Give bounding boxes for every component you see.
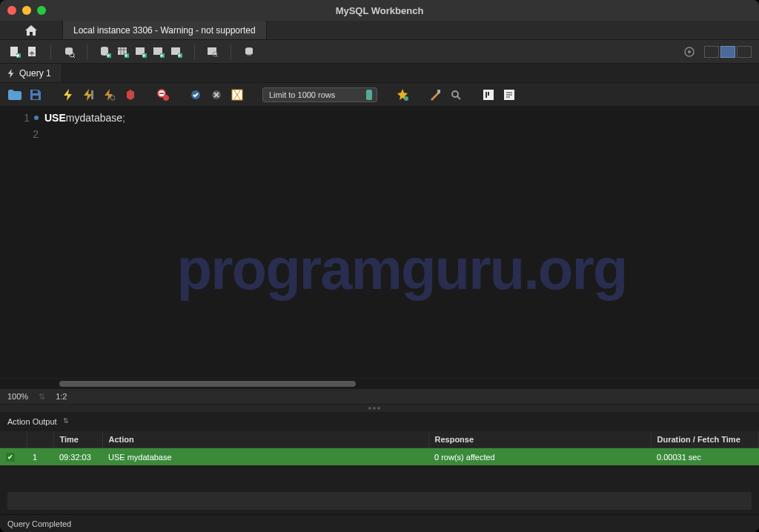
gutter-line: 1 [3,110,39,126]
layout-bottom-panel-button[interactable] [720,46,735,58]
editor-status-bar: 100% ⇅ 1:2 [0,388,759,405]
rollback-button[interactable] [209,87,224,102]
output-panel: Action Output Time Action Response Durat… [0,412,759,514]
autocommit-toggle-button[interactable] [230,87,245,102]
bottom-status-bar: Query Completed [0,514,759,532]
invisible-chars-button[interactable] [448,87,463,102]
sql-editor[interactable]: 12 programguru.org USE mydatabase; [0,107,759,378]
home-tab[interactable] [0,21,63,39]
output-row-num: 1 [27,448,53,466]
titlebar: MySQL Workbench [0,0,759,21]
status-separator: ⇅ [39,392,45,402]
svg-rect-28 [437,90,440,93]
output-row-action: USE mydatabase [102,448,428,466]
layout-left-panel-button[interactable] [704,46,719,58]
editor-code[interactable]: programguru.org USE mydatabase; [44,107,759,378]
save-file-button[interactable] [28,87,43,102]
zoom-level[interactable]: 100% [7,392,28,401]
minimize-window-button[interactable] [22,6,31,15]
active-line-dot-icon [34,116,39,120]
svg-point-21 [110,96,115,100]
row-limit-label: Limit to 1000 rows [269,90,335,99]
query-tab-label: Query 1 [19,68,51,79]
svg-point-27 [404,96,408,101]
panel-splitter[interactable] [0,405,759,412]
output-empty-area [7,492,752,510]
wrap-button[interactable] [481,87,496,102]
execute-button[interactable] [61,87,76,102]
svg-rect-20 [91,90,93,99]
row-limit-dropdown[interactable]: Limit to 1000 rows [262,87,377,102]
gutter-line: 2 [3,126,39,142]
new-schema-button[interactable] [98,44,113,59]
svg-point-29 [452,91,458,97]
editor-gutter: 12 [0,107,44,378]
new-procedure-button[interactable] [151,44,166,59]
output-col-status[interactable] [0,431,27,448]
output-row[interactable]: ✔109:32:03USE mydatabase0 row(s) affecte… [0,448,759,466]
query-tab-bar: Query 1 [0,64,759,83]
lightning-icon [7,69,15,78]
svg-point-23 [163,95,169,101]
commit-button[interactable] [188,87,203,102]
output-col-response[interactable]: Response [428,431,651,448]
window-title: MySQL Workbench [336,5,424,16]
home-icon [25,25,37,36]
explain-button[interactable] [102,87,117,102]
editor-toolbar: Limit to 1000 rows [0,83,759,107]
search-table-data-button[interactable] [205,44,220,59]
connection-tab[interactable]: Local instance 3306 - Warning - not supp… [63,21,267,39]
output-col-action[interactable]: Action [102,431,428,448]
svg-point-19 [688,50,691,53]
watermark: programguru.org [177,236,627,303]
snippets-button[interactable] [502,87,517,102]
new-sql-tab-button[interactable] [7,44,22,59]
scrollbar-thumb[interactable] [59,381,356,387]
inspector-button[interactable] [62,44,76,59]
stop-button[interactable] [123,87,138,102]
output-row-duration: 0.00031 sec [651,448,759,466]
code-line[interactable]: USE mydatabase; [44,110,759,126]
output-row-response: 0 row(s) affected [428,448,651,466]
output-header: Action Output [0,412,759,431]
output-col-num[interactable] [27,431,53,448]
editor-horizontal-scrollbar[interactable] [0,378,759,388]
beautify-button[interactable] [395,87,410,102]
connection-tab-bar: Local instance 3306 - Warning - not supp… [0,21,759,40]
execute-current-button[interactable] [82,87,96,102]
layout-right-panel-button[interactable] [737,46,752,58]
open-file-button[interactable] [7,87,22,102]
output-type-label: Action Output [7,417,57,426]
code-line[interactable] [44,126,759,142]
main-toolbar [0,40,759,64]
stop-query-button[interactable] [156,87,170,102]
open-sql-file-button[interactable] [25,44,40,59]
close-window-button[interactable] [7,6,16,15]
output-row-time: 09:32:03 [53,448,102,466]
query-tab[interactable]: Query 1 [0,64,62,82]
traffic-lights [7,6,46,15]
find-button[interactable] [428,87,443,102]
new-view-button[interactable] [133,44,148,59]
new-function-button[interactable] [169,44,184,59]
output-col-time[interactable]: Time [53,431,102,448]
settings-button[interactable] [682,44,697,59]
maximize-window-button[interactable] [37,6,46,15]
layout-buttons [704,46,752,58]
output-type-dropdown[interactable]: Action Output [4,416,70,428]
reconnect-button[interactable] [242,44,256,59]
output-table: Time Action Response Duration / Fetch Ti… [0,431,759,465]
output-col-duration[interactable]: Duration / Fetch Time [651,431,759,448]
new-table-button[interactable] [116,44,130,59]
status-message: Query Completed [7,519,71,528]
svg-rect-15 [208,47,216,55]
success-icon: ✔ [6,453,15,462]
cursor-position: 1:2 [56,392,67,401]
connection-tab-label: Local instance 3306 - Warning - not supp… [73,25,256,36]
